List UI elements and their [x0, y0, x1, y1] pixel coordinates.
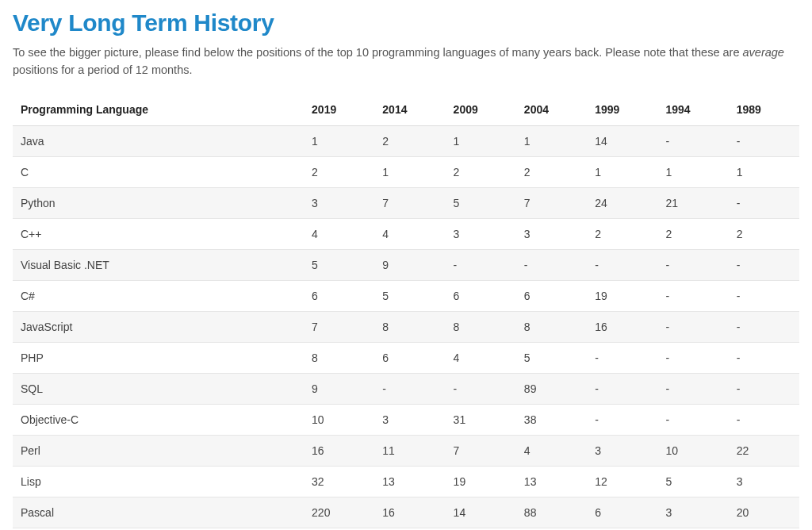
table-row: SQL9--89---: [13, 373, 799, 404]
table-row: Pascal2201614886320: [13, 497, 799, 528]
table-row: Perl16117431022: [13, 435, 799, 466]
cell-rank: 7: [374, 187, 445, 218]
cell-rank: 3: [446, 218, 516, 249]
intro-paragraph: To see the bigger picture, please find b…: [13, 44, 799, 79]
cell-rank: 3: [587, 435, 657, 466]
cell-rank: 1: [304, 125, 374, 156]
cell-rank: 2: [729, 218, 799, 249]
cell-rank: 4: [374, 218, 445, 249]
cell-rank: 220: [304, 497, 374, 528]
cell-rank: 5: [446, 187, 516, 218]
table-header-row: Programming Language20192014200920041999…: [13, 94, 799, 126]
intro-emphasis: average: [743, 46, 784, 59]
cell-rank: -: [657, 342, 728, 373]
cell-rank: 2: [374, 125, 445, 156]
cell-rank: 1: [446, 125, 516, 156]
cell-rank: 6: [374, 342, 445, 373]
cell-rank: -: [374, 373, 445, 404]
cell-rank: 16: [304, 435, 374, 466]
cell-rank: 3: [657, 497, 728, 528]
table-row: Visual Basic .NET59-----: [13, 249, 799, 280]
cell-rank: 4: [446, 342, 516, 373]
cell-rank: 8: [516, 311, 587, 342]
cell-rank: 19: [446, 466, 516, 497]
cell-language: PHP: [13, 342, 304, 373]
cell-language: C: [13, 156, 304, 187]
cell-rank: 5: [374, 280, 445, 311]
cell-rank: -: [729, 404, 799, 435]
cell-rank: 5: [516, 342, 587, 373]
cell-rank: 2: [516, 156, 587, 187]
cell-rank: 14: [587, 125, 657, 156]
cell-language: Lisp: [13, 466, 304, 497]
cell-rank: 1: [374, 156, 445, 187]
cell-rank: -: [729, 249, 799, 280]
cell-rank: 3: [729, 466, 799, 497]
ranking-table: Programming Language20192014200920041999…: [13, 94, 799, 528]
cell-rank: 16: [374, 497, 445, 528]
table-row: C2122111: [13, 156, 799, 187]
cell-rank: -: [729, 125, 799, 156]
intro-text-2: positions for a period of 12 months.: [13, 63, 193, 76]
cell-rank: 2: [446, 156, 516, 187]
cell-language: Java: [13, 125, 304, 156]
col-header-year: 1989: [729, 94, 799, 126]
cell-rank: 38: [516, 404, 587, 435]
cell-rank: 5: [657, 466, 728, 497]
cell-language: Perl: [13, 435, 304, 466]
cell-rank: 1: [729, 156, 799, 187]
cell-rank: 21: [657, 187, 728, 218]
cell-rank: 3: [304, 187, 374, 218]
cell-rank: 9: [374, 249, 445, 280]
cell-rank: 24: [587, 187, 657, 218]
col-header-language: Programming Language: [13, 94, 304, 126]
cell-rank: 7: [446, 435, 516, 466]
cell-rank: -: [587, 342, 657, 373]
cell-rank: 3: [374, 404, 445, 435]
table-row: C#656619--: [13, 280, 799, 311]
col-header-year: 2019: [304, 94, 374, 126]
table-row: Python37572421-: [13, 187, 799, 218]
cell-rank: 8: [304, 342, 374, 373]
cell-rank: 89: [516, 373, 587, 404]
table-row: C++4433222: [13, 218, 799, 249]
cell-rank: 12: [587, 466, 657, 497]
table-row: Objective-C1033138---: [13, 404, 799, 435]
page-title: Very Long Term History: [13, 10, 799, 36]
cell-rank: -: [587, 373, 657, 404]
col-header-year: 1999: [587, 94, 657, 126]
cell-rank: 5: [304, 249, 374, 280]
cell-language: Python: [13, 187, 304, 218]
cell-rank: -: [587, 404, 657, 435]
cell-language: JavaScript: [13, 311, 304, 342]
cell-rank: 8: [374, 311, 445, 342]
cell-rank: 88: [516, 497, 587, 528]
cell-rank: 4: [304, 218, 374, 249]
cell-rank: -: [446, 373, 516, 404]
cell-rank: -: [729, 311, 799, 342]
cell-rank: -: [657, 373, 728, 404]
cell-rank: 32: [304, 466, 374, 497]
cell-rank: -: [729, 373, 799, 404]
cell-rank: 3: [516, 218, 587, 249]
col-header-year: 2014: [374, 94, 445, 126]
cell-rank: 4: [516, 435, 587, 466]
col-header-year: 1994: [657, 94, 728, 126]
cell-rank: -: [516, 249, 587, 280]
cell-rank: -: [657, 311, 728, 342]
cell-rank: 2: [587, 218, 657, 249]
cell-rank: 20: [729, 497, 799, 528]
cell-rank: 1: [587, 156, 657, 187]
cell-rank: 6: [516, 280, 587, 311]
cell-rank: 11: [374, 435, 445, 466]
cell-rank: 6: [446, 280, 516, 311]
cell-rank: -: [446, 249, 516, 280]
cell-rank: 10: [657, 435, 728, 466]
table-row: JavaScript788816--: [13, 311, 799, 342]
cell-rank: 14: [446, 497, 516, 528]
cell-language: Pascal: [13, 497, 304, 528]
cell-language: Objective-C: [13, 404, 304, 435]
table-row: PHP8645---: [13, 342, 799, 373]
cell-rank: 13: [374, 466, 445, 497]
cell-rank: -: [657, 125, 728, 156]
